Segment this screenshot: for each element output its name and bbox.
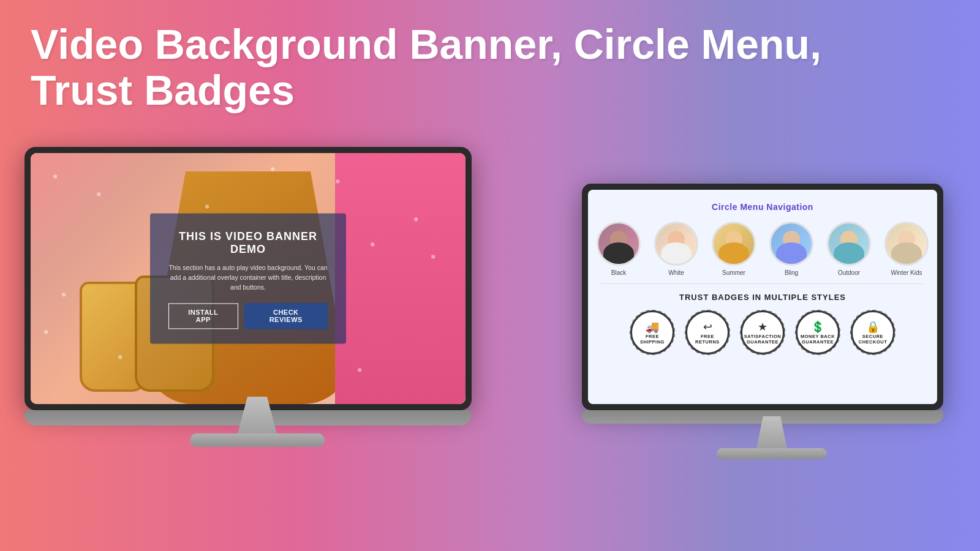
circle-item-white[interactable]: White [654, 222, 698, 276]
circle-item-winter-kids[interactable]: Winter Kids [884, 222, 929, 276]
badge-outer-ring-1 [630, 310, 675, 355]
badge-outer-ring-3 [740, 310, 785, 355]
avatar-bling [769, 222, 813, 266]
trust-badges-title: TRUST BADGES IN MULTIPLE STYLES [600, 293, 925, 302]
badge-outer-ring-5 [850, 310, 895, 355]
circle-menu-title: Circle Menu Navigation [600, 202, 925, 212]
right-monitor: Circle Menu Navigation Black [582, 184, 962, 459]
overlay-buttons: INSTALL APP CHECK REVIEWS [168, 304, 328, 329]
install-app-button[interactable]: INSTALL APP [168, 304, 238, 329]
monitor-stand-left [190, 397, 325, 447]
trust-badges-row: 🚚 FREESHIPPING ↩ FREERETURNS ★ SATISFACT… [600, 310, 925, 354]
overlay-description: This section has a auto play video backg… [168, 263, 328, 292]
label-summer: Summer [722, 269, 745, 276]
avatar-winter-kids [884, 222, 929, 266]
monitor-stand-right [717, 416, 827, 459]
overlay-title: THIS IS VIDEO BANNER DEMO [168, 230, 328, 256]
circle-item-outdoor[interactable]: Outdoor [827, 222, 871, 276]
label-winter-kids: Winter Kids [891, 269, 922, 276]
badge-outer-ring-2 [685, 310, 730, 355]
check-reviews-button[interactable]: CHECK REVIEWS [244, 304, 328, 329]
right-monitor-screen: Circle Menu Navigation Black [588, 190, 937, 404]
section-divider [600, 283, 925, 284]
stand-base-left [190, 433, 325, 447]
circle-item-black[interactable]: Black [597, 222, 641, 276]
badge-secure-checkout: 🔒 SECURECHECKOUT [851, 310, 895, 354]
circle-item-bling[interactable]: Bling [769, 222, 813, 276]
badge-free-shipping: 🚚 FREESHIPPING [630, 310, 674, 354]
left-monitor-screen: ❄ ❄ ❄ ❄ ❄ ❄ ❄ ❄ ❄ ❄ ❄ ❄ ❄ THIS IS VIDEO … [31, 153, 466, 404]
circle-menu-items: Black White [600, 222, 925, 276]
avatar-summer [712, 222, 756, 266]
label-white: White [668, 269, 684, 276]
stand-neck-left [233, 397, 282, 433]
badge-free-returns: ↩ FREERETURNS [685, 310, 729, 354]
stand-neck-right [752, 416, 792, 448]
label-black: Black [611, 269, 626, 276]
video-overlay-panel: THIS IS VIDEO BANNER DEMO This section h… [150, 213, 346, 343]
left-monitor-screen-outer: ❄ ❄ ❄ ❄ ❄ ❄ ❄ ❄ ❄ ❄ ❄ ❄ ❄ THIS IS VIDEO … [24, 147, 472, 410]
right-monitor-screen-outer: Circle Menu Navigation Black [582, 184, 943, 410]
avatar-black [597, 222, 641, 266]
label-bling: Bling [785, 269, 798, 276]
left-monitor: ❄ ❄ ❄ ❄ ❄ ❄ ❄ ❄ ❄ ❄ ❄ ❄ ❄ THIS IS VIDEO … [24, 147, 490, 447]
avatar-outdoor [827, 222, 871, 266]
avatar-white [654, 222, 698, 266]
circle-item-summer[interactable]: Summer [712, 222, 756, 276]
badge-outer-ring-4 [795, 310, 840, 355]
badge-money-back: 💲 MONEY BACKGUARANTEE [796, 310, 840, 354]
label-outdoor: Outdoor [838, 269, 860, 276]
stand-base-right [717, 448, 827, 459]
page-title: Video Background Banner, Circle Menu, Tr… [31, 21, 821, 113]
badge-satisfaction: ★ SATISFACTIONGUARANTEE [741, 310, 785, 354]
